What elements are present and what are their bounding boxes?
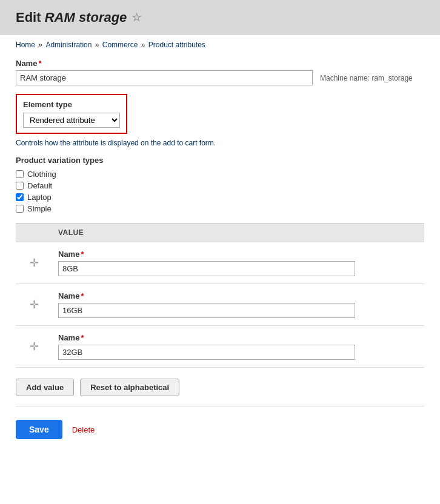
list-item: Simple xyxy=(16,204,424,213)
value-input-2[interactable] xyxy=(58,303,355,318)
product-variation-label: Product variation types xyxy=(16,156,424,165)
value-table: VALUE ✛ Name* ✛ xyxy=(16,223,424,368)
name-label: Name* xyxy=(16,59,424,68)
value-cell-1: Name* xyxy=(52,242,424,284)
drag-column-header xyxy=(16,224,52,242)
breadcrumb-administration[interactable]: Administration xyxy=(45,41,92,49)
list-item: Laptop xyxy=(16,193,424,202)
separator xyxy=(16,406,424,406)
table-row: ✛ Name* xyxy=(16,242,424,284)
bottom-actions: Save Delete xyxy=(16,420,424,439)
name-required: * xyxy=(38,59,41,68)
value-input-3[interactable] xyxy=(58,345,355,360)
add-value-button[interactable]: Add value xyxy=(16,379,74,396)
favorite-star-icon[interactable]: ☆ xyxy=(132,11,141,24)
checkbox-default-label: Default xyxy=(27,181,52,190)
breadcrumb-product-attributes[interactable]: Product attributes xyxy=(148,41,205,49)
breadcrumb-home[interactable]: Home xyxy=(16,41,35,49)
machine-name-label: Machine name: ram_storage xyxy=(320,74,413,82)
checkbox-simple-label: Simple xyxy=(27,204,52,213)
drag-handle-icon[interactable]: ✛ xyxy=(27,299,41,311)
product-variation-group: Product variation types Clothing Default… xyxy=(16,156,424,213)
drag-handle-icon[interactable]: ✛ xyxy=(27,257,41,269)
reset-alphabetical-button[interactable]: Reset to alphabetical xyxy=(80,379,179,396)
value-name-label-3: Name* xyxy=(58,333,418,342)
table-row: ✛ Name* xyxy=(16,284,424,326)
checkbox-laptop[interactable] xyxy=(16,193,24,201)
name-row: Machine name: ram_storage xyxy=(16,70,424,85)
checkbox-simple[interactable] xyxy=(16,205,24,213)
value-name-label-1: Name* xyxy=(58,250,418,259)
element-type-box: Element type Rendered attribute Select l… xyxy=(16,94,127,134)
name-input[interactable] xyxy=(16,70,313,85)
value-input-1[interactable] xyxy=(58,261,355,276)
value-name-label-2: Name* xyxy=(58,291,418,300)
page-header: Edit RAM storage ☆ xyxy=(0,0,440,35)
main-content: Name* Machine name: ram_storage Element … xyxy=(0,49,440,449)
delete-button[interactable]: Delete xyxy=(72,425,95,434)
breadcrumb-commerce[interactable]: Commerce xyxy=(102,41,138,49)
list-item: Clothing xyxy=(16,170,424,179)
table-row: ✛ Name* xyxy=(16,326,424,368)
checkbox-list: Clothing Default Laptop Simple xyxy=(16,170,424,213)
page-title: Edit RAM storage ☆ xyxy=(16,10,424,25)
save-button[interactable]: Save xyxy=(16,420,62,439)
element-type-select[interactable]: Rendered attribute Select list Checkboxe… xyxy=(23,113,120,128)
list-item: Default xyxy=(16,181,424,190)
element-type-group: Element type Rendered attribute Select l… xyxy=(16,94,424,147)
element-type-hint: Controls how the attribute is displayed … xyxy=(16,139,424,147)
value-cell-3: Name* xyxy=(52,326,424,368)
checkbox-default[interactable] xyxy=(16,182,24,190)
checkbox-clothing[interactable] xyxy=(16,170,24,178)
drag-handle-icon[interactable]: ✛ xyxy=(27,340,41,353)
breadcrumb: Home » Administration » Commerce » Produ… xyxy=(16,41,424,49)
value-actions-row: Add value Reset to alphabetical xyxy=(16,379,424,396)
title-text: Edit RAM storage xyxy=(16,10,127,25)
name-field-group: Name* Machine name: ram_storage xyxy=(16,59,424,85)
element-type-label: Element type xyxy=(23,100,120,109)
checkbox-clothing-label: Clothing xyxy=(27,170,56,179)
value-cell-2: Name* xyxy=(52,284,424,326)
checkbox-laptop-label: Laptop xyxy=(27,193,52,202)
value-column-header: VALUE xyxy=(52,224,424,242)
